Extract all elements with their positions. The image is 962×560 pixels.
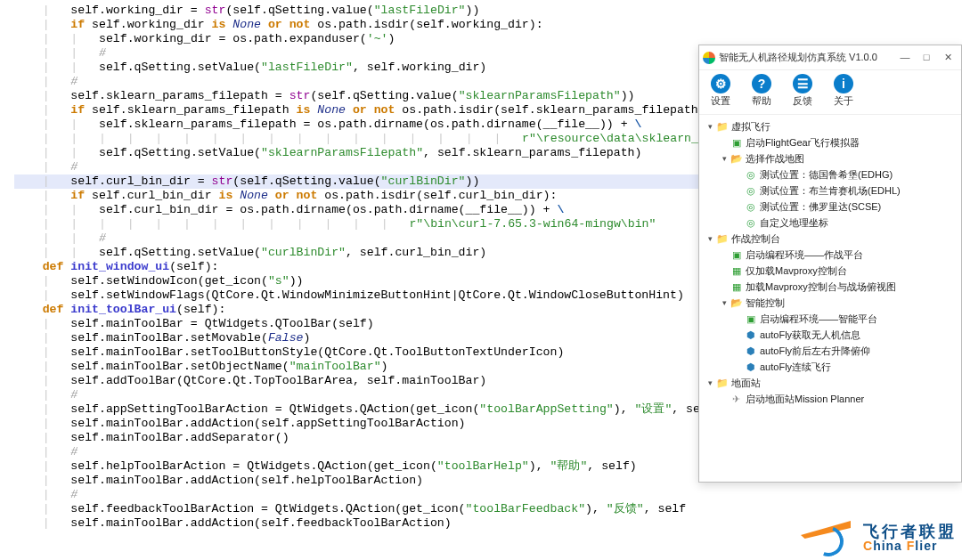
feedback-button-icon: ☰ <box>793 74 812 93</box>
code-token: .setWindowFlags(QtCore.Qt.WindowMinimize… <box>99 288 684 302</box>
code-token: (self): <box>176 303 225 316</box>
code-token: .mainToolBar.addAction(self.helpToolBarA… <box>99 474 423 487</box>
code-token: .mainToolBar.addAction(self.feedbackTool… <box>99 516 452 530</box>
code-token: self.working_dir <box>85 18 211 31</box>
code-token: is <box>219 189 233 202</box>
code-token: self <box>99 246 127 259</box>
code-token: init_toolBar_ui <box>70 303 176 316</box>
code-token: not <box>297 189 318 202</box>
tree-node-label: autoFly前后左右升降俯仰 <box>760 345 870 358</box>
tree-item-autofly-move[interactable]: ⬢autoFly前后左右升降俯仰 <box>701 343 959 359</box>
tree-item-autofly-loop[interactable]: ⬢autoFly连续飞行 <box>701 359 959 375</box>
feedback-button-label: 反馈 <box>793 95 812 108</box>
code-token: self <box>70 431 99 444</box>
tree-twisty-icon[interactable] <box>705 234 715 243</box>
tree-group-virtual-flight[interactable]: 📁虚拟飞行 <box>701 118 959 134</box>
tree-item-pos-scse[interactable]: ◎测试位置：佛罗里达(SCSE) <box>701 199 959 215</box>
code-token: .qSetting.setValue( <box>127 146 261 159</box>
code-token: .mainToolBar.setToolButtonStyle(QtCore.Q… <box>99 345 564 359</box>
code-token: .mainToolBar.setObjectName( <box>99 360 289 373</box>
code-token: self <box>99 32 127 45</box>
code-token: def <box>43 260 64 273</box>
tree-item-pos-edhg[interactable]: ◎测试位置：德国鲁希堡(EDHG) <box>701 166 959 183</box>
code-token <box>268 189 275 202</box>
tree-item-mission-planner[interactable]: ✈启动地面站Mission Planner <box>701 391 959 407</box>
tree-group-ai-control[interactable]: 📂智能控制 <box>701 295 959 311</box>
window-maximize-button[interactable]: □ <box>920 52 933 63</box>
tree-node-label: 作战控制台 <box>731 232 780 246</box>
code-token: # <box>70 160 77 174</box>
tree-node-label: 选择作战地图 <box>746 152 804 166</box>
settings-button[interactable]: ⚙设置 <box>706 74 735 108</box>
code-token: __file__ <box>543 118 599 131</box>
tree-twisty-icon[interactable] <box>719 298 730 307</box>
tree-item-flightgear[interactable]: ▣启动FlightGear飞行模拟器 <box>701 134 959 150</box>
tree-item-custom-coord[interactable]: ◎自定义地理坐标 <box>701 215 959 231</box>
tree-twisty-icon[interactable] <box>719 154 730 163</box>
help-button[interactable]: ?帮助 <box>747 74 776 108</box>
code-line[interactable]: | if self.working_dir is None or not os.… <box>14 18 962 32</box>
code-token: # <box>70 445 77 459</box>
code-token: \ <box>557 203 564 216</box>
window-minimize-button[interactable]: — <box>899 52 911 63</box>
code-token: self <box>70 417 99 430</box>
code-token: .addToolBar(QtCore.Qt.TopToolBarArea, se… <box>99 374 486 387</box>
code-token: "curlBinDir" <box>381 174 466 188</box>
code-token: self <box>70 288 99 302</box>
window-close-button[interactable]: ✕ <box>942 52 954 63</box>
code-token: "toolBarFeedback" <box>466 502 586 515</box>
code-token: '~' <box>367 32 388 45</box>
tree-item-autofly-info[interactable]: ⬢autoFly获取无人机信息 <box>701 327 959 343</box>
tree-node-label: 测试位置：佛罗里达(SCSE) <box>760 200 881 214</box>
code-token: "curlBinDir" <box>261 246 346 259</box>
tree-node-icon: 📁 <box>715 232 729 245</box>
code-token: , self.working_dir) <box>353 61 486 74</box>
feedback-button[interactable]: ☰反馈 <box>788 74 817 108</box>
settings-button-label: 设置 <box>711 95 730 108</box>
code-token: or <box>275 189 289 202</box>
code-token: not <box>289 18 311 31</box>
tree-node-icon: ▣ <box>744 312 757 325</box>
watermark-logo: 飞行者联盟 China Flier <box>801 519 957 556</box>
code-token: .helpToolBarAction = QtWidgets.QAction(g… <box>99 459 437 473</box>
tree-twisty-icon[interactable] <box>705 378 715 387</box>
about-button[interactable]: i关于 <box>829 74 858 108</box>
code-token: "toolBarAppSetting" <box>479 402 613 416</box>
tree-item-pos-edhl[interactable]: ◎测试位置：布兰肯赛机场(EDHL) <box>701 183 959 199</box>
code-token: os.path.isdir(self.curl_bin_dir): <box>317 189 557 202</box>
tree-item-mavproxy-topview[interactable]: ▦加载Mavproxy控制台与战场俯视图 <box>701 279 959 295</box>
code-token: ), <box>585 502 607 515</box>
code-token: self <box>99 61 127 74</box>
code-token: ), <box>529 459 550 473</box>
logo-mark <box>801 519 856 556</box>
code-token: , self) <box>587 459 636 473</box>
code-line[interactable]: | # <box>14 488 962 502</box>
tree-item-env-ai[interactable]: ▣启动编程环境——智能平台 <box>701 311 959 327</box>
code-token: def <box>43 303 64 316</box>
titlebar[interactable]: 智能无人机路径规划仿真系统 V1.0.0 — □ ✕ <box>699 45 961 70</box>
code-token: None <box>317 103 346 117</box>
tree-group-select-map[interactable]: 📂选择作战地图 <box>701 150 959 166</box>
code-token <box>346 103 353 117</box>
tree-twisty-icon[interactable] <box>705 122 715 131</box>
tree-group-ground[interactable]: 📁地面站 <box>701 375 959 391</box>
tree-item-mavproxy[interactable]: ▦仅加载Mavproxy控制台 <box>701 263 959 279</box>
code-token: ) <box>381 360 388 373</box>
code-token: , self.sklearn_params_filepath) <box>423 146 641 159</box>
tree-group-console[interactable]: 📁作战控制台 <box>701 231 959 247</box>
code-line[interactable]: | self.feedbackToolBarAction = QtWidgets… <box>14 502 962 516</box>
code-token: init_window_ui <box>70 260 169 273</box>
code-token: "lastFileDir" <box>261 61 353 74</box>
code-token: if <box>70 103 85 117</box>
tree-node-label: 智能控制 <box>746 296 785 310</box>
tree-item-env-combat[interactable]: ▣启动编程环境——作战平台 <box>701 247 959 263</box>
code-token: .qSetting.setValue( <box>127 61 261 74</box>
tree-node-icon: ▣ <box>730 248 743 261</box>
code-token: None <box>232 18 261 31</box>
code-token <box>282 18 289 31</box>
code-line[interactable]: | self.working_dir = str(self.qSetting.v… <box>14 4 962 18</box>
code-token: "s" <box>268 274 289 288</box>
code-token: , self.curl_bin_dir) <box>346 246 486 259</box>
tree-view[interactable]: 📁虚拟飞行▣启动FlightGear飞行模拟器📂选择作战地图◎测试位置：德国鲁希… <box>699 115 961 482</box>
help-button-label: 帮助 <box>752 95 771 108</box>
